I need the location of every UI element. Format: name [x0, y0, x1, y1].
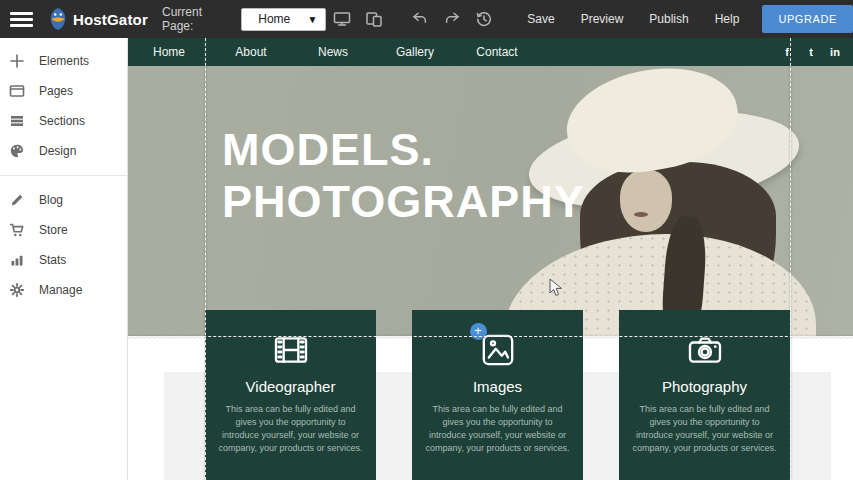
sidebar-item-label: Blog: [39, 193, 63, 207]
upgrade-button[interactable]: UPGRADE: [762, 5, 853, 33]
nav-item-contact[interactable]: Contact: [456, 45, 538, 59]
current-page-label: Current Page:: [162, 5, 233, 33]
feature-card-photography[interactable]: Photography This area can be fully edite…: [619, 310, 790, 480]
model-face: [620, 170, 672, 232]
sidebar-item-label: Manage: [39, 283, 82, 297]
sidebar-item-label: Elements: [39, 54, 89, 68]
gear-icon: [9, 282, 25, 298]
facebook-icon[interactable]: f: [775, 46, 799, 58]
palette-icon: [9, 143, 25, 159]
nav-item-about[interactable]: About: [210, 45, 292, 59]
sidebar-item-sections[interactable]: Sections: [0, 106, 127, 136]
hero-section[interactable]: MODELS. PHOTOGRAPHY: [128, 66, 853, 336]
add-element-button[interactable]: +: [470, 323, 487, 340]
card-description[interactable]: This area can be fully edited and gives …: [412, 395, 583, 455]
linkedin-icon[interactable]: in: [823, 46, 847, 58]
hero-title-line2: PHOTOGRAPHY: [222, 176, 585, 228]
editor-sidebar: Elements Pages Sections Design Blog Stor…: [0, 38, 128, 480]
sidebar-item-elements[interactable]: Elements: [0, 46, 127, 76]
feature-card-videographer[interactable]: Videographer This area can be fully edit…: [205, 310, 376, 480]
site-navbar: Home About News Gallery Contact f t in: [128, 38, 853, 66]
feature-card-images[interactable]: + Images This area can be fully edited a…: [412, 310, 583, 480]
undo-icon[interactable]: [411, 10, 429, 28]
redo-icon[interactable]: [443, 10, 461, 28]
help-button[interactable]: Help: [702, 12, 753, 26]
site-canvas: Home About News Gallery Contact f t in M…: [128, 38, 853, 480]
hero-title-line1: MODELS.: [222, 124, 585, 176]
sidebar-item-pages[interactable]: Pages: [0, 76, 127, 106]
gator-mascot-icon: [47, 7, 69, 31]
nav-item-gallery[interactable]: Gallery: [374, 45, 456, 59]
camera-icon: [685, 330, 725, 370]
sidebar-item-label: Pages: [39, 84, 73, 98]
social-links: f t in: [775, 38, 847, 66]
sidebar-item-design[interactable]: Design: [0, 136, 127, 166]
film-icon: [271, 330, 311, 370]
hamburger-menu-icon[interactable]: [10, 12, 33, 27]
page-icon: [9, 83, 25, 99]
model-lips: [634, 212, 648, 217]
page-dropdown[interactable]: Home ▼: [241, 8, 326, 31]
bar-chart-icon: [9, 252, 25, 268]
mobile-view-icon[interactable]: [365, 10, 383, 28]
card-title[interactable]: Photography: [619, 378, 790, 395]
sidebar-item-store[interactable]: Store: [0, 215, 127, 245]
plus-icon: [9, 53, 25, 69]
nav-item-news[interactable]: News: [292, 45, 374, 59]
card-description[interactable]: This area can be fully edited and gives …: [619, 395, 790, 455]
card-title[interactable]: Videographer: [205, 378, 376, 395]
sidebar-item-label: Sections: [39, 114, 85, 128]
publish-button[interactable]: Publish: [636, 12, 701, 26]
sidebar-item-label: Stats: [39, 253, 66, 267]
page-dropdown-value: Home: [258, 12, 290, 26]
save-button[interactable]: Save: [514, 12, 567, 26]
history-icon[interactable]: [475, 10, 493, 28]
cart-icon: [9, 222, 25, 238]
preview-button[interactable]: Preview: [568, 12, 637, 26]
twitter-icon[interactable]: t: [799, 46, 823, 58]
builder-toolbar: HostGator Current Page: Home ▼: [0, 0, 853, 38]
hostgator-logo: HostGator: [47, 7, 148, 31]
card-description[interactable]: This area can be fully edited and gives …: [205, 395, 376, 455]
sidebar-item-label: Store: [39, 223, 68, 237]
nav-item-home[interactable]: Home: [128, 45, 210, 59]
hero-title[interactable]: MODELS. PHOTOGRAPHY: [222, 124, 585, 228]
desktop-view-icon[interactable]: [333, 10, 351, 28]
sidebar-item-label: Design: [39, 144, 76, 158]
sidebar-divider: [0, 175, 127, 176]
sidebar-item-blog[interactable]: Blog: [0, 185, 127, 215]
pencil-icon: [9, 192, 25, 208]
chevron-down-icon: ▼: [307, 14, 317, 25]
sidebar-item-manage[interactable]: Manage: [0, 275, 127, 305]
card-title[interactable]: Images: [412, 378, 583, 395]
sections-icon: [9, 113, 25, 129]
brand-name: HostGator: [73, 11, 148, 28]
sidebar-item-stats[interactable]: Stats: [0, 245, 127, 275]
